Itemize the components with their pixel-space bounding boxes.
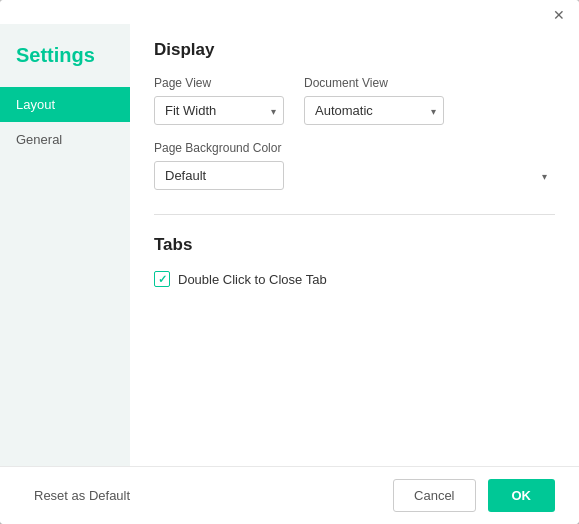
view-row: Page View Fit Width Fit Page Actual Size… (154, 76, 555, 125)
tabs-section: Tabs ✓ Double Click to Close Tab (154, 235, 555, 287)
title-bar: ✕ (0, 0, 579, 24)
bg-color-group: Page Background Color Default White Gray… (154, 141, 555, 190)
section-divider (154, 214, 555, 215)
bg-color-select-wrapper: Default White Gray Black ▾ (154, 161, 555, 190)
bg-color-select[interactable]: Default White Gray Black (154, 161, 284, 190)
cancel-button[interactable]: Cancel (393, 479, 475, 512)
bg-color-chevron-icon: ▾ (542, 170, 547, 181)
display-section-title: Display (154, 40, 555, 60)
page-view-select[interactable]: Fit Width Fit Page Actual Size 100% (154, 96, 284, 125)
content-area: Display Page View Fit Width Fit Page Act… (130, 24, 579, 466)
page-view-label: Page View (154, 76, 284, 90)
page-view-select-wrapper: Fit Width Fit Page Actual Size 100% ▾ (154, 96, 284, 125)
page-view-group: Page View Fit Width Fit Page Actual Size… (154, 76, 284, 125)
ok-button[interactable]: OK (488, 479, 556, 512)
double-click-close-row: ✓ Double Click to Close Tab (154, 271, 555, 287)
document-view-group: Document View Automatic Single Page Two … (304, 76, 444, 125)
settings-dialog: ✕ Settings Layout General Display Page V… (0, 0, 579, 524)
checkmark-icon: ✓ (158, 274, 167, 285)
double-click-close-checkbox[interactable]: ✓ (154, 271, 170, 287)
footer-right: Cancel OK (393, 479, 555, 512)
reset-default-button[interactable]: Reset as Default (24, 480, 140, 511)
double-click-close-label: Double Click to Close Tab (178, 272, 327, 287)
tabs-section-title: Tabs (154, 235, 555, 255)
bg-color-label: Page Background Color (154, 141, 555, 155)
document-view-select-wrapper: Automatic Single Page Two Pages Scrollin… (304, 96, 444, 125)
document-view-label: Document View (304, 76, 444, 90)
close-button[interactable]: ✕ (549, 6, 569, 24)
sidebar: Settings Layout General (0, 24, 130, 466)
sidebar-item-general[interactable]: General (0, 122, 130, 157)
document-view-select[interactable]: Automatic Single Page Two Pages Scrollin… (304, 96, 444, 125)
footer: Reset as Default Cancel OK (0, 466, 579, 524)
sidebar-title: Settings (0, 34, 130, 87)
sidebar-item-layout[interactable]: Layout (0, 87, 130, 122)
main-layout: Settings Layout General Display Page Vie… (0, 24, 579, 466)
